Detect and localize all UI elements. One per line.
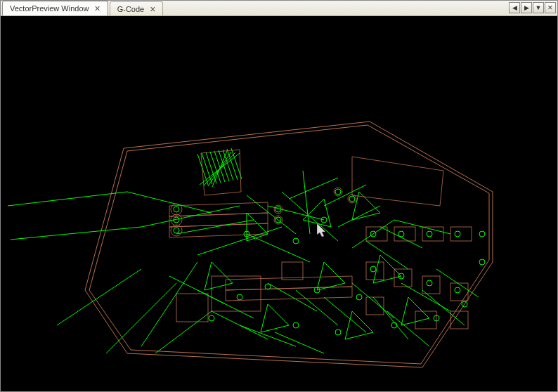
close-icon[interactable]: × [93, 4, 102, 13]
svg-point-23 [174, 207, 179, 212]
svg-rect-14 [415, 311, 436, 329]
tab-vector-preview[interactable]: VectorPreview Window × [2, 1, 108, 15]
tab-menu-button[interactable]: ▼ [533, 2, 544, 13]
svg-rect-8 [450, 227, 472, 241]
svg-rect-4 [282, 262, 303, 280]
svg-point-37 [370, 266, 376, 272]
rapid-travel-paths [8, 148, 479, 353]
svg-point-51 [479, 231, 485, 237]
tab-label: G-Code [117, 5, 145, 13]
tab-controls: ◀ ▶ ▼ ✕ [509, 2, 556, 13]
svg-point-28 [335, 189, 341, 195]
tab-bar: VectorPreview Window × G-Code × ◀ ▶ ▼ ✕ [1, 1, 557, 16]
vector-preview-canvas [1, 16, 557, 391]
vector-preview-viewport[interactable] [1, 16, 557, 391]
svg-point-52 [479, 259, 485, 265]
svg-point-40 [455, 287, 460, 293]
svg-point-25 [174, 228, 179, 233]
svg-rect-7 [422, 227, 443, 241]
svg-point-26 [275, 207, 281, 212]
svg-rect-15 [450, 311, 468, 329]
next-tab-button[interactable]: ▶ [521, 2, 532, 13]
close-icon[interactable]: × [148, 4, 157, 14]
svg-point-44 [356, 294, 362, 300]
tab-label: VectorPreview Window [10, 4, 89, 13]
svg-rect-2 [212, 276, 261, 311]
svg-point-36 [455, 231, 460, 237]
toolpath-nodes [174, 189, 485, 335]
svg-point-35 [427, 231, 432, 237]
tab-gcode[interactable]: G-Code × [110, 1, 164, 15]
main-window: VectorPreview Window × G-Code × ◀ ▶ ▼ ✕ [0, 0, 558, 392]
tab-close-button[interactable]: ✕ [545, 2, 556, 13]
board-outline [85, 122, 493, 367]
svg-point-46 [293, 322, 299, 328]
svg-point-34 [398, 231, 404, 237]
svg-point-39 [427, 280, 432, 286]
svg-point-47 [335, 329, 341, 335]
svg-point-41 [237, 294, 242, 300]
svg-point-45 [209, 315, 214, 321]
svg-marker-0 [85, 122, 493, 367]
prev-tab-button[interactable]: ◀ [509, 2, 520, 13]
svg-marker-1 [89, 125, 489, 364]
svg-point-29 [349, 196, 355, 202]
svg-point-31 [293, 238, 299, 244]
svg-point-42 [265, 284, 271, 289]
